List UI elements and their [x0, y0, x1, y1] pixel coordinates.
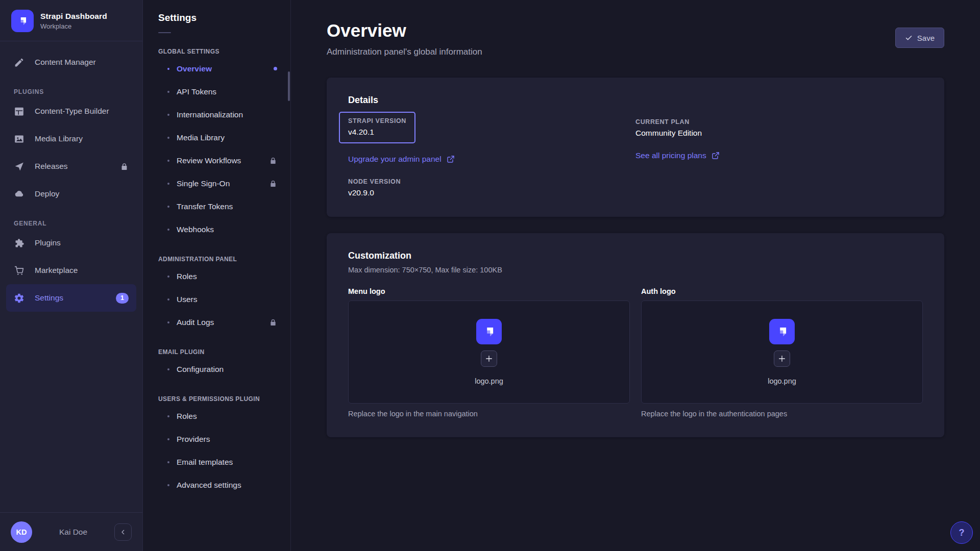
strapi-mark: [16, 14, 29, 28]
cloud-icon: [14, 189, 24, 199]
settings-subnav: Settings GLOBAL SETTINGS Overview API To…: [143, 0, 291, 551]
sidebar-item-label: Plugins: [35, 238, 61, 247]
sidebar-item-releases[interactable]: Releases: [6, 153, 136, 180]
sidebar-section-header-plugins: PLUGINS: [6, 88, 136, 95]
auth-logo-caption: Replace the logo in the authentication p…: [641, 410, 923, 418]
sidebar-item-settings[interactable]: Settings 1: [6, 284, 136, 312]
bullet-icon: [167, 438, 169, 440]
subnav-item-label: Roles: [177, 272, 197, 281]
current-plan-label: CURRENT PLAN: [635, 118, 923, 126]
subnav-item-roles-admin[interactable]: Roles: [143, 265, 290, 288]
customization-constraints: Max dimension: 750×750, Max file size: 1…: [348, 266, 923, 274]
subnav-item-label: API Tokens: [177, 87, 216, 96]
upgrade-link-row: Upgrade your admin panel: [348, 143, 635, 164]
auth-logo-filename: logo.png: [768, 377, 796, 385]
subnav-item-email-templates[interactable]: Email templates: [143, 450, 290, 473]
avatar[interactable]: KD: [11, 521, 32, 543]
brand-title: Strapi Dashboard: [40, 12, 107, 21]
menu-logo-upload-box[interactable]: logo.png: [348, 300, 630, 404]
sidebar-item-label: Releases: [35, 162, 68, 171]
auth-logo-add-button[interactable]: [774, 350, 790, 367]
bullet-icon: [167, 276, 169, 278]
subnav-header-administration-panel: ADMINISTRATION PANEL: [143, 256, 290, 263]
see-pricing-plans-link[interactable]: See all pricing plans: [635, 151, 720, 160]
subnav-item-label: Configuration: [177, 365, 224, 374]
bullet-icon: [167, 229, 169, 231]
sidebar-item-label: Settings: [35, 293, 63, 303]
subnav-item-media-library[interactable]: Media Library: [143, 126, 290, 149]
bullet-icon: [167, 183, 169, 185]
subnav-item-providers[interactable]: Providers: [143, 428, 290, 450]
subnav-item-overview[interactable]: Overview: [143, 57, 290, 80]
subnav-header-global-settings: GLOBAL SETTINGS: [143, 48, 290, 55]
sidebar-item-marketplace[interactable]: Marketplace: [6, 257, 136, 284]
subnav-item-roles-up[interactable]: Roles: [143, 405, 290, 428]
chevron-left-icon: [119, 528, 127, 536]
lock-icon: [120, 162, 129, 171]
lock-icon: [269, 318, 277, 327]
subnav-item-audit-logs[interactable]: Audit Logs: [143, 311, 290, 334]
plus-icon: [778, 355, 786, 363]
settings-notification-badge: 1: [116, 293, 129, 304]
details-heading: Details: [348, 95, 923, 106]
help-button[interactable]: ?: [950, 521, 973, 544]
sidebar-item-media-library[interactable]: Media Library: [6, 125, 136, 153]
strapi-logo-icon: [476, 319, 502, 344]
pricing-link-row: See all pricing plans: [635, 151, 923, 160]
lock-icon: [269, 180, 277, 188]
current-plan-value: Community Edition: [635, 129, 923, 138]
sidebar-item-deploy[interactable]: Deploy: [6, 180, 136, 208]
user-row: KD Kai Doe: [0, 512, 142, 551]
subnav-item-review-workflows[interactable]: Review Workflows: [143, 149, 290, 172]
cart-icon: [14, 265, 24, 276]
plus-icon: [485, 355, 493, 363]
subnav-item-users[interactable]: Users: [143, 288, 290, 311]
workspace-brand[interactable]: Strapi Dashboard Workplace: [0, 0, 142, 41]
subnav-group-email-plugin: Configuration: [143, 358, 290, 381]
menu-logo-add-button[interactable]: [481, 350, 497, 367]
sidebar-nav: Content Manager PLUGINS Content-Type Bui…: [0, 41, 142, 512]
sidebar-item-label: Media Library: [35, 134, 83, 143]
save-button[interactable]: Save: [895, 28, 944, 48]
subnav-item-internationalization[interactable]: Internationalization: [143, 103, 290, 126]
sidebar-item-plugins[interactable]: Plugins: [6, 229, 136, 257]
subnav-item-transfer-tokens[interactable]: Transfer Tokens: [143, 195, 290, 218]
subnav-item-label: Audit Logs: [177, 318, 214, 327]
upgrade-admin-panel-link[interactable]: Upgrade your admin panel: [348, 155, 455, 164]
sidebar-item-content-type-builder[interactable]: Content-Type Builder: [6, 97, 136, 125]
auth-logo-label: Auth logo: [641, 287, 923, 295]
node-version-value: v20.9.0: [348, 188, 635, 197]
image-icon: [14, 134, 24, 144]
pen-icon: [14, 57, 24, 68]
bullet-icon: [167, 91, 169, 93]
bullet-icon: [167, 160, 169, 162]
subnav-item-label: Media Library: [177, 133, 225, 142]
subnav-item-single-sign-on[interactable]: Single Sign-On: [143, 172, 290, 195]
subnav-item-advanced-settings[interactable]: Advanced settings: [143, 473, 290, 496]
strapi-version-label: STRAPI VERSION: [348, 117, 406, 124]
subnav-item-label: Users: [177, 295, 197, 304]
external-link-icon: [447, 155, 455, 163]
pricing-link-label: See all pricing plans: [635, 151, 706, 160]
bullet-icon: [167, 461, 169, 463]
subnav-item-webhooks[interactable]: Webhooks: [143, 218, 290, 241]
subnav-scrollbar-thumb[interactable]: [288, 71, 290, 101]
subnav-item-api-tokens[interactable]: API Tokens: [143, 80, 290, 103]
strapi-logo-icon: [11, 10, 34, 32]
node-version-label: NODE VERSION: [348, 178, 635, 185]
auth-logo-upload-box[interactable]: logo.png: [641, 300, 923, 404]
upgrade-link-label: Upgrade your admin panel: [348, 155, 442, 164]
check-icon: [905, 34, 913, 42]
menu-logo-filename: logo.png: [475, 377, 503, 385]
sidebar-item-content-manager[interactable]: Content Manager: [6, 48, 136, 76]
subnav-item-configuration[interactable]: Configuration: [143, 358, 290, 381]
page-header: Overview Administration panel's global i…: [327, 20, 944, 57]
strapi-mark: [481, 324, 497, 339]
subnav-item-label: Internationalization: [177, 110, 243, 119]
strapi-version-highlight-box: STRAPI VERSION v4.20.1: [339, 112, 415, 143]
external-link-icon: [712, 152, 720, 160]
subnav-group-users-permissions: Roles Providers Email templates Advanced…: [143, 405, 290, 496]
sidebar-collapse-button[interactable]: [114, 523, 132, 541]
strapi-logo-icon: [769, 319, 795, 344]
strapi-mark: [774, 324, 790, 339]
